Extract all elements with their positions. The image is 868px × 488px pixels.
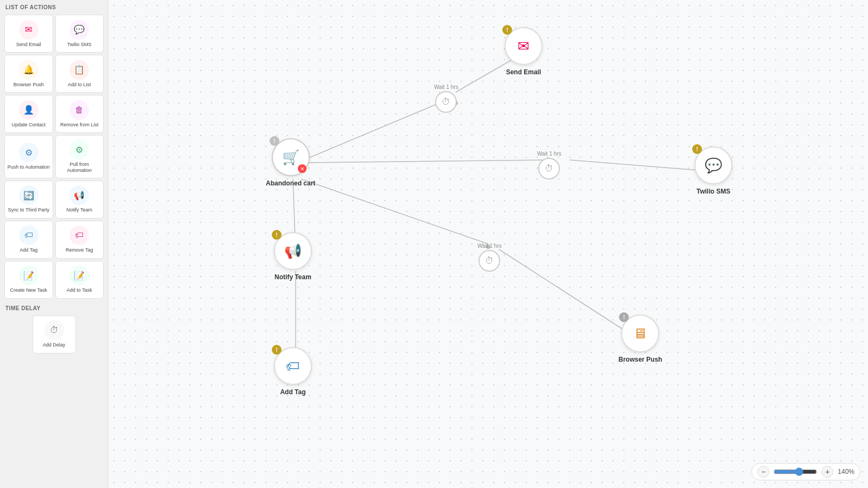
node-notify-team[interactable]: ! 📢 Notify Team: [274, 232, 312, 281]
sidebar-label-browser-push: Browser Push: [14, 82, 44, 88]
zoom-level: 140%: [838, 468, 854, 476]
sidebar-item-remove-tag[interactable]: 🏷 Remove Tag: [55, 221, 104, 259]
browser-push-circle: ! 🖥: [621, 314, 659, 352]
create-task-icon: 📝: [19, 266, 39, 285]
update-contact-icon: 👤: [19, 100, 39, 120]
sidebar-item-push-automation[interactable]: ⚙ Push to Automation: [4, 135, 53, 178]
sidebar-label-create-task: Create New Task: [10, 287, 47, 293]
abandoned-cart-circle: ! 🛒 ✕: [272, 138, 310, 176]
sidebar-item-send-email[interactable]: ✉ Send Email: [4, 15, 53, 53]
sidebar-label-add-tag: Add Tag: [20, 247, 37, 253]
add-tag-node-icon: 🏷: [286, 358, 300, 375]
zoom-slider[interactable]: [774, 467, 817, 476]
notify-node-label: Notify Team: [275, 273, 311, 281]
twilio-node-label: Twilio SMS: [697, 188, 730, 195]
wait-label-3: Wait 1 hrs: [477, 243, 502, 249]
sidebar-label-remove-tag: Remove Tag: [66, 247, 93, 253]
sidebar-item-add-to-list[interactable]: 📋 Add to List: [55, 55, 104, 93]
twilio-node-icon: 💬: [705, 157, 722, 174]
sidebar-item-add-tag[interactable]: 🏷 Add Tag: [4, 221, 53, 259]
sidebar-label-notify: Notify Team: [67, 207, 92, 213]
sidebar-label-add-task: Add to Task: [67, 287, 92, 293]
sidebar-item-create-new-task[interactable]: 📝 Create New Task: [4, 261, 53, 299]
sidebar-item-update-contact[interactable]: 👤 Update Contact: [4, 95, 53, 133]
browser-push-warning: !: [619, 312, 629, 322]
sidebar-label-pull-auto: Pull from Automation: [58, 162, 101, 174]
wait-circle-2: ⏱: [538, 158, 560, 179]
notify-warning: !: [272, 230, 282, 240]
sidebar-label-push-auto: Push to Automation: [8, 164, 50, 170]
browser-push-icon: 🔔: [19, 60, 39, 80]
sidebar-item-pull-automation[interactable]: ⚙ Pull from Automation: [55, 135, 104, 178]
sidebar-label-add-list: Add to List: [68, 82, 91, 88]
add-tag-icon: 🏷: [19, 226, 39, 245]
pull-auto-icon: ⚙: [69, 140, 89, 159]
actions-section-title: LIST OF ACTIONS: [0, 0, 108, 12]
zoom-out-button[interactable]: −: [757, 466, 769, 478]
sidebar-item-add-delay[interactable]: ⏱ Add Delay: [33, 316, 76, 354]
node-abandoned-cart[interactable]: ! 🛒 ✕ Abandoned cart: [266, 138, 315, 187]
twilio-icon: 💬: [69, 20, 89, 40]
wait-circle-1: ⏱: [435, 91, 457, 113]
node-add-tag[interactable]: ! 🏷 Add Tag: [274, 347, 312, 396]
sidebar-label-remove-list: Remove from List: [60, 122, 99, 128]
send-email-node-label: Send Email: [506, 68, 541, 76]
sidebar-label-sync: Sync to Third Party: [8, 207, 49, 213]
remove-tag-icon: 🏷: [69, 226, 89, 245]
send-email-circle: ! ✉: [505, 27, 542, 65]
actions-grid: ✉ Send Email 💬 Twilio SMS 🔔 Browser Push…: [0, 12, 108, 301]
notify-circle: ! 📢: [274, 232, 312, 270]
abandoned-cart-label: Abandoned cart: [266, 179, 315, 187]
workflow-canvas[interactable]: ! 🛒 ✕ Abandoned cart ! ✉ Send Email Wait…: [108, 0, 868, 488]
wait-node-2[interactable]: Wait 1 hrs ⏱: [537, 151, 561, 179]
node-browser-push[interactable]: ! 🖥 Browser Push: [618, 314, 662, 363]
svg-line-0: [304, 103, 439, 160]
push-auto-icon: ⚙: [19, 143, 39, 162]
send-email-warning: !: [502, 25, 512, 35]
sidebar: LIST OF ACTIONS ✉ Send Email 💬 Twilio SM…: [0, 0, 108, 488]
add-task-icon: 📝: [69, 266, 89, 285]
svg-line-5: [301, 179, 488, 244]
twilio-warning: !: [692, 144, 702, 154]
sidebar-label-twilio: Twilio SMS: [67, 42, 92, 48]
svg-line-2: [304, 160, 548, 163]
add-tag-node-label: Add Tag: [280, 388, 305, 396]
notify-icon: 📢: [69, 185, 89, 205]
svg-line-3: [570, 160, 705, 171]
zoom-in-button[interactable]: +: [821, 466, 833, 478]
sidebar-item-add-to-task[interactable]: 📝 Add to Task: [55, 261, 104, 299]
remove-list-icon: 🗑: [69, 100, 89, 120]
twilio-circle: ! 💬: [694, 146, 732, 184]
send-email-node-icon: ✉: [518, 38, 529, 55]
add-list-icon: 📋: [69, 60, 89, 80]
sidebar-label-delay: Add Delay: [43, 342, 66, 348]
node-send-email[interactable]: ! ✉ Send Email: [505, 27, 542, 76]
cart-badge: ✕: [298, 164, 307, 173]
sidebar-item-browser-push[interactable]: 🔔 Browser Push: [4, 55, 53, 93]
browser-push-node-label: Browser Push: [618, 356, 662, 363]
wait-circle-3: ⏱: [478, 250, 500, 272]
sidebar-label-update-contact: Update Contact: [11, 122, 46, 128]
sidebar-item-sync-third-party[interactable]: 🔄 Sync to Third Party: [4, 181, 53, 219]
wait-label-2: Wait 1 hrs: [537, 151, 561, 157]
wait-node-3[interactable]: Wait 1 hrs ⏱: [477, 243, 502, 272]
sidebar-item-notify-team[interactable]: 📢 Notify Team: [55, 181, 104, 219]
sidebar-item-twilio-sms[interactable]: 💬 Twilio SMS: [55, 15, 104, 53]
node-twilio-sms[interactable]: ! 💬 Twilio SMS: [694, 146, 732, 195]
delay-icon: ⏱: [44, 320, 64, 340]
zoom-bar: − + 140%: [751, 463, 860, 480]
browser-push-node-icon: 🖥: [633, 325, 647, 342]
wait-node-1[interactable]: Wait 1 hrs ⏱: [434, 84, 458, 113]
wait-label-1: Wait 1 hrs: [434, 84, 458, 90]
add-tag-warning: !: [272, 345, 282, 355]
sidebar-item-remove-from-list[interactable]: 🗑 Remove from List: [55, 95, 104, 133]
delay-section: ⏱ Add Delay: [0, 313, 108, 358]
sidebar-label-send-email: Send Email: [16, 42, 41, 48]
svg-line-6: [499, 249, 629, 333]
sync-icon: 🔄: [19, 185, 39, 205]
add-tag-circle: ! 🏷: [274, 347, 312, 385]
send-email-icon: ✉: [19, 20, 39, 40]
abandoned-cart-icon: 🛒: [282, 149, 299, 166]
abandoned-cart-warning: !: [270, 136, 279, 146]
notify-node-icon: 📢: [284, 243, 302, 260]
